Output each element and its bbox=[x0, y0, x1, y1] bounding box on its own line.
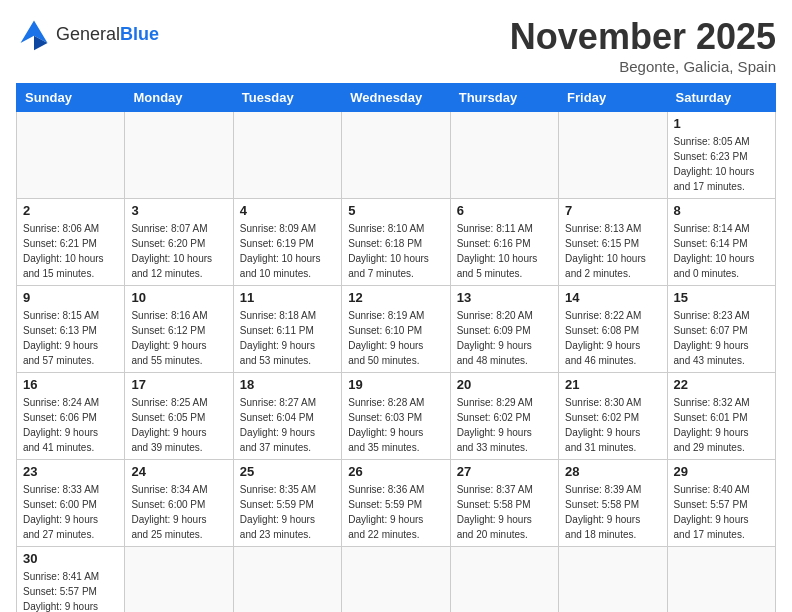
calendar-cell: 24Sunrise: 8:34 AM Sunset: 6:00 PM Dayli… bbox=[125, 460, 233, 547]
col-header-wednesday: Wednesday bbox=[342, 84, 450, 112]
calendar-header-row: SundayMondayTuesdayWednesdayThursdayFrid… bbox=[17, 84, 776, 112]
day-info: Sunrise: 8:13 AM Sunset: 6:15 PM Dayligh… bbox=[565, 221, 660, 281]
calendar-cell: 4Sunrise: 8:09 AM Sunset: 6:19 PM Daylig… bbox=[233, 199, 341, 286]
calendar-cell bbox=[233, 547, 341, 613]
calendar-cell bbox=[450, 547, 558, 613]
calendar-cell: 11Sunrise: 8:18 AM Sunset: 6:11 PM Dayli… bbox=[233, 286, 341, 373]
calendar-cell bbox=[450, 112, 558, 199]
day-number: 12 bbox=[348, 290, 443, 305]
col-header-monday: Monday bbox=[125, 84, 233, 112]
day-info: Sunrise: 8:33 AM Sunset: 6:00 PM Dayligh… bbox=[23, 482, 118, 542]
day-number: 26 bbox=[348, 464, 443, 479]
logo-icon bbox=[16, 16, 52, 52]
calendar-cell: 27Sunrise: 8:37 AM Sunset: 5:58 PM Dayli… bbox=[450, 460, 558, 547]
calendar-cell: 2Sunrise: 8:06 AM Sunset: 6:21 PM Daylig… bbox=[17, 199, 125, 286]
calendar-cell: 26Sunrise: 8:36 AM Sunset: 5:59 PM Dayli… bbox=[342, 460, 450, 547]
calendar-cell: 1Sunrise: 8:05 AM Sunset: 6:23 PM Daylig… bbox=[667, 112, 775, 199]
day-info: Sunrise: 8:19 AM Sunset: 6:10 PM Dayligh… bbox=[348, 308, 443, 368]
day-number: 30 bbox=[23, 551, 118, 566]
day-number: 6 bbox=[457, 203, 552, 218]
day-info: Sunrise: 8:40 AM Sunset: 5:57 PM Dayligh… bbox=[674, 482, 769, 542]
day-number: 13 bbox=[457, 290, 552, 305]
logo-text: GeneralBlue bbox=[56, 24, 159, 45]
day-info: Sunrise: 8:35 AM Sunset: 5:59 PM Dayligh… bbox=[240, 482, 335, 542]
calendar-cell bbox=[559, 112, 667, 199]
day-number: 2 bbox=[23, 203, 118, 218]
day-info: Sunrise: 8:10 AM Sunset: 6:18 PM Dayligh… bbox=[348, 221, 443, 281]
day-info: Sunrise: 8:25 AM Sunset: 6:05 PM Dayligh… bbox=[131, 395, 226, 455]
calendar-week-row: 23Sunrise: 8:33 AM Sunset: 6:00 PM Dayli… bbox=[17, 460, 776, 547]
day-info: Sunrise: 8:39 AM Sunset: 5:58 PM Dayligh… bbox=[565, 482, 660, 542]
day-number: 9 bbox=[23, 290, 118, 305]
day-info: Sunrise: 8:18 AM Sunset: 6:11 PM Dayligh… bbox=[240, 308, 335, 368]
day-info: Sunrise: 8:36 AM Sunset: 5:59 PM Dayligh… bbox=[348, 482, 443, 542]
calendar-week-row: 1Sunrise: 8:05 AM Sunset: 6:23 PM Daylig… bbox=[17, 112, 776, 199]
calendar-table: SundayMondayTuesdayWednesdayThursdayFrid… bbox=[16, 83, 776, 612]
calendar-cell: 25Sunrise: 8:35 AM Sunset: 5:59 PM Dayli… bbox=[233, 460, 341, 547]
day-number: 18 bbox=[240, 377, 335, 392]
day-number: 24 bbox=[131, 464, 226, 479]
month-title: November 2025 bbox=[510, 16, 776, 58]
day-info: Sunrise: 8:11 AM Sunset: 6:16 PM Dayligh… bbox=[457, 221, 552, 281]
calendar-cell: 21Sunrise: 8:30 AM Sunset: 6:02 PM Dayli… bbox=[559, 373, 667, 460]
col-header-saturday: Saturday bbox=[667, 84, 775, 112]
calendar-week-row: 9Sunrise: 8:15 AM Sunset: 6:13 PM Daylig… bbox=[17, 286, 776, 373]
day-info: Sunrise: 8:37 AM Sunset: 5:58 PM Dayligh… bbox=[457, 482, 552, 542]
calendar-cell: 17Sunrise: 8:25 AM Sunset: 6:05 PM Dayli… bbox=[125, 373, 233, 460]
day-info: Sunrise: 8:34 AM Sunset: 6:00 PM Dayligh… bbox=[131, 482, 226, 542]
day-number: 16 bbox=[23, 377, 118, 392]
day-number: 23 bbox=[23, 464, 118, 479]
day-number: 7 bbox=[565, 203, 660, 218]
day-number: 3 bbox=[131, 203, 226, 218]
day-number: 11 bbox=[240, 290, 335, 305]
col-header-sunday: Sunday bbox=[17, 84, 125, 112]
calendar-cell: 14Sunrise: 8:22 AM Sunset: 6:08 PM Dayli… bbox=[559, 286, 667, 373]
calendar-cell: 12Sunrise: 8:19 AM Sunset: 6:10 PM Dayli… bbox=[342, 286, 450, 373]
calendar-cell: 22Sunrise: 8:32 AM Sunset: 6:01 PM Dayli… bbox=[667, 373, 775, 460]
day-number: 5 bbox=[348, 203, 443, 218]
col-header-thursday: Thursday bbox=[450, 84, 558, 112]
calendar-cell: 28Sunrise: 8:39 AM Sunset: 5:58 PM Dayli… bbox=[559, 460, 667, 547]
day-number: 22 bbox=[674, 377, 769, 392]
calendar-week-row: 30Sunrise: 8:41 AM Sunset: 5:57 PM Dayli… bbox=[17, 547, 776, 613]
day-info: Sunrise: 8:16 AM Sunset: 6:12 PM Dayligh… bbox=[131, 308, 226, 368]
calendar-cell bbox=[667, 547, 775, 613]
calendar-cell: 23Sunrise: 8:33 AM Sunset: 6:00 PM Dayli… bbox=[17, 460, 125, 547]
day-number: 15 bbox=[674, 290, 769, 305]
calendar-cell: 5Sunrise: 8:10 AM Sunset: 6:18 PM Daylig… bbox=[342, 199, 450, 286]
calendar-cell: 29Sunrise: 8:40 AM Sunset: 5:57 PM Dayli… bbox=[667, 460, 775, 547]
day-info: Sunrise: 8:41 AM Sunset: 5:57 PM Dayligh… bbox=[23, 569, 118, 612]
day-number: 10 bbox=[131, 290, 226, 305]
day-info: Sunrise: 8:24 AM Sunset: 6:06 PM Dayligh… bbox=[23, 395, 118, 455]
calendar-cell bbox=[125, 112, 233, 199]
calendar-cell: 19Sunrise: 8:28 AM Sunset: 6:03 PM Dayli… bbox=[342, 373, 450, 460]
day-number: 25 bbox=[240, 464, 335, 479]
day-number: 19 bbox=[348, 377, 443, 392]
logo: GeneralBlue bbox=[16, 16, 159, 52]
calendar-cell: 16Sunrise: 8:24 AM Sunset: 6:06 PM Dayli… bbox=[17, 373, 125, 460]
day-info: Sunrise: 8:30 AM Sunset: 6:02 PM Dayligh… bbox=[565, 395, 660, 455]
calendar-cell bbox=[342, 112, 450, 199]
day-info: Sunrise: 8:23 AM Sunset: 6:07 PM Dayligh… bbox=[674, 308, 769, 368]
calendar-cell bbox=[559, 547, 667, 613]
day-number: 21 bbox=[565, 377, 660, 392]
calendar-cell: 10Sunrise: 8:16 AM Sunset: 6:12 PM Dayli… bbox=[125, 286, 233, 373]
calendar-cell: 30Sunrise: 8:41 AM Sunset: 5:57 PM Dayli… bbox=[17, 547, 125, 613]
location: Begonte, Galicia, Spain bbox=[510, 58, 776, 75]
title-area: November 2025 Begonte, Galicia, Spain bbox=[510, 16, 776, 75]
day-number: 29 bbox=[674, 464, 769, 479]
calendar-cell bbox=[125, 547, 233, 613]
calendar-cell: 13Sunrise: 8:20 AM Sunset: 6:09 PM Dayli… bbox=[450, 286, 558, 373]
day-info: Sunrise: 8:07 AM Sunset: 6:20 PM Dayligh… bbox=[131, 221, 226, 281]
day-number: 17 bbox=[131, 377, 226, 392]
day-info: Sunrise: 8:06 AM Sunset: 6:21 PM Dayligh… bbox=[23, 221, 118, 281]
day-number: 8 bbox=[674, 203, 769, 218]
calendar-cell: 9Sunrise: 8:15 AM Sunset: 6:13 PM Daylig… bbox=[17, 286, 125, 373]
day-number: 1 bbox=[674, 116, 769, 131]
day-info: Sunrise: 8:14 AM Sunset: 6:14 PM Dayligh… bbox=[674, 221, 769, 281]
day-info: Sunrise: 8:28 AM Sunset: 6:03 PM Dayligh… bbox=[348, 395, 443, 455]
day-number: 20 bbox=[457, 377, 552, 392]
calendar-cell: 8Sunrise: 8:14 AM Sunset: 6:14 PM Daylig… bbox=[667, 199, 775, 286]
calendar-cell: 18Sunrise: 8:27 AM Sunset: 6:04 PM Dayli… bbox=[233, 373, 341, 460]
calendar-cell: 15Sunrise: 8:23 AM Sunset: 6:07 PM Dayli… bbox=[667, 286, 775, 373]
